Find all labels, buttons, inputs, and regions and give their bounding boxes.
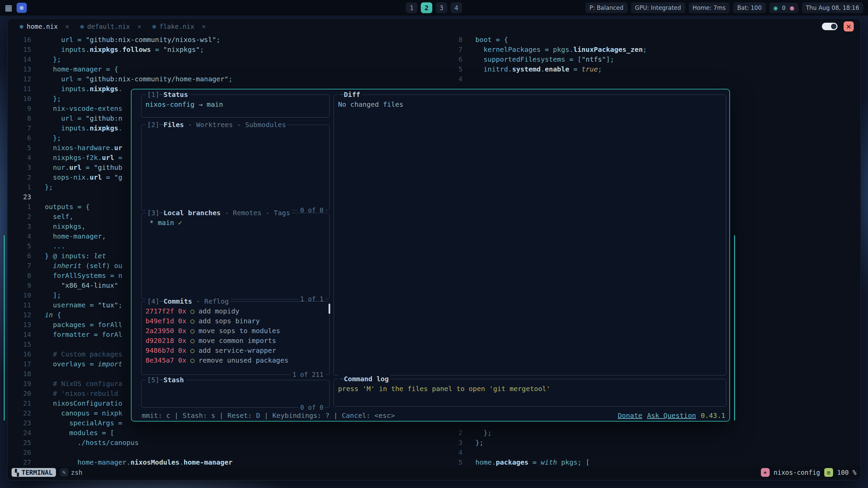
code-text: packages = forAll xyxy=(31,320,122,330)
close-tab-icon[interactable]: × xyxy=(202,22,206,30)
toggle-knob xyxy=(831,24,836,29)
panel-title: Commits xyxy=(159,297,192,305)
code-line[interactable]: 2 }; xyxy=(449,428,861,438)
tab-home.nix[interactable]: ❄home.nix× xyxy=(14,19,75,34)
lazygit-files-panel[interactable]: [2]Files - Worktrees - Submodules 0 of 0 xyxy=(141,125,330,210)
commit-row[interactable]: 2a23950 0x ○ move sops to modules xyxy=(145,326,327,336)
lazygit-command-log-panel[interactable]: Command log press 'M' in the files panel… xyxy=(334,379,726,407)
code-text: username = "tux"; xyxy=(31,300,122,310)
code-line[interactable]: 8boot = { xyxy=(449,35,861,45)
tab-default.nix[interactable]: ❄default.nix× xyxy=(75,19,147,34)
branch-row[interactable]: * main ✓ xyxy=(145,218,327,228)
code-line[interactable]: 3}; xyxy=(449,438,861,448)
code-line[interactable]: 13 home-manager = { xyxy=(7,64,449,74)
status-segments: P: BalancedGPU: IntegratedHome: 7msBat: … xyxy=(586,2,766,13)
line-number: 7 xyxy=(7,123,31,133)
code-line[interactable]: 24 modules = [ xyxy=(7,428,449,438)
workspace-button-2[interactable]: 2 xyxy=(421,2,432,13)
code-line[interactable]: 4 xyxy=(449,74,861,84)
line-number: 14 xyxy=(7,55,31,64)
code-line[interactable]: 12 url = "github:nix-community/home-mana… xyxy=(7,74,449,84)
code-line[interactable]: 4 xyxy=(449,448,861,458)
code-text: } @ inputs: let xyxy=(31,251,106,261)
nix-snowflake-icon: ❄ xyxy=(80,23,84,30)
close-tab-icon[interactable]: × xyxy=(65,22,69,30)
code-text: inputs.nixpkgs. xyxy=(31,123,122,133)
line-number: 4 xyxy=(7,153,31,163)
percent-indicator: 100 % xyxy=(837,469,856,476)
status-segment: GPU: Integrated xyxy=(631,2,685,13)
code-text: }; xyxy=(31,94,61,104)
session-name[interactable]: nixos-config xyxy=(774,469,820,476)
code-text: # Custom packages xyxy=(31,349,122,359)
code-text: outputs = { xyxy=(31,202,90,212)
mode-label: TERMINAL xyxy=(21,469,53,476)
code-line[interactable]: 25 ./hosts/canopus xyxy=(7,438,449,448)
window-controls: × xyxy=(822,21,854,32)
code-line[interactable]: 14 }; xyxy=(7,55,449,64)
code-line[interactable]: 27 home-manager.nixosModules.home-manage… xyxy=(7,458,449,467)
lazygit-commits-panel[interactable]: [4]Commits - Reflog 2717f2f 0x ○ add mop… xyxy=(141,301,330,375)
line-number: 14 xyxy=(7,330,31,340)
code-line[interactable]: 15 inputs.nixpkgs.follows = "nixpkgs"; xyxy=(7,45,449,55)
commit-row[interactable]: b49ef1d 0x ○ add sops binary xyxy=(145,316,327,326)
tab-flake.nix[interactable]: ❄flake.nix× xyxy=(147,19,211,34)
nix-app-icon[interactable]: ❄ xyxy=(17,3,27,13)
workspace-button-3[interactable]: 3 xyxy=(436,2,447,13)
window-close-button[interactable]: × xyxy=(844,21,854,32)
line-number: 4 xyxy=(7,231,31,241)
line-number: 6 xyxy=(7,133,31,143)
code-text: sops-nix.url = "g xyxy=(31,172,122,182)
close-tab-icon[interactable]: × xyxy=(137,22,141,30)
code-line[interactable]: 5home.packages = with pkgs; [ xyxy=(449,458,861,467)
commit-row[interactable]: 9486b7d 0x ○ add service-wrapper xyxy=(145,346,327,355)
line-number: 18 xyxy=(7,369,31,379)
code-text: }; xyxy=(462,428,492,438)
status-bar: ▚TERMINAL ✎zsh ❖ nixos-config ≡ 100 % xyxy=(7,467,861,478)
line-number: 8 xyxy=(449,35,462,45)
line-number: 12 xyxy=(7,74,31,84)
clock[interactable]: Thu Aug 08, 18:16 xyxy=(802,2,863,13)
notifications-icon[interactable]: 0 xyxy=(782,5,785,11)
lazygit-diff-panel[interactable]: Diff No changed files xyxy=(334,95,726,375)
code-text: ]; xyxy=(31,290,61,300)
line-number: 8 xyxy=(7,271,31,281)
code-text: # 'nixos-rebuild xyxy=(31,389,118,399)
line-number: 5 xyxy=(449,458,462,467)
line-number: 22 xyxy=(7,408,31,418)
code-text: }; xyxy=(31,133,61,143)
panel-number: [4] xyxy=(147,297,159,305)
status-bar-right: ❖ nixos-config ≡ 100 % xyxy=(761,468,856,477)
commit-row[interactable]: 2717f2f 0x ○ add mopidy xyxy=(145,306,327,316)
app-launcher-icon[interactable]: ▦ xyxy=(5,4,13,12)
panel-title: Local branches xyxy=(159,209,221,217)
ask-question-link[interactable]: Ask Question xyxy=(647,411,696,421)
lazygit-status-panel[interactable]: [1]Status nixos-config → main xyxy=(141,95,330,118)
code-line[interactable]: 5 initrd.systemd.enable = true; xyxy=(449,64,861,74)
pane-title[interactable]: ✎zsh xyxy=(60,468,82,476)
workspace-button-1[interactable]: 1 xyxy=(406,2,417,13)
mode-indicator[interactable]: ▚TERMINAL xyxy=(12,468,56,477)
workspace-button-4[interactable]: 4 xyxy=(451,2,462,13)
top-bar-right: P: BalancedGPU: IntegratedHome: 7msBat: … xyxy=(586,2,863,13)
code-line[interactable]: 7 kernelPackages = pkgs.linuxPackages_ze… xyxy=(449,45,861,55)
commit-row[interactable]: d920218 0x ○ move common imports xyxy=(145,336,327,346)
pin-toggle[interactable] xyxy=(822,23,837,30)
network-icon[interactable]: ◉ xyxy=(773,5,778,11)
code-text: home-manager.nixosModules.home-manager xyxy=(31,458,233,467)
code-line[interactable]: 6 supportedFilesystems = ["ntfs"]; xyxy=(449,55,861,64)
panel-number: [1] xyxy=(147,90,159,99)
commits-scrollbar[interactable] xyxy=(329,304,330,314)
lazygit-version: 0.43.1 xyxy=(701,411,725,421)
donate-link[interactable]: Donate xyxy=(618,411,642,421)
commit-row[interactable]: 8e345a7 0x ○ remove unused packages xyxy=(145,355,327,365)
screencast-icon[interactable]: ● xyxy=(790,5,794,11)
code-line[interactable]: 26 xyxy=(7,448,449,458)
lazygit-stash-panel[interactable]: [5]Stash 0 of 0 xyxy=(141,380,330,408)
lazygit-branches-panel[interactable]: [3]Local branches - Remotes - Tags * mai… xyxy=(141,213,330,299)
code-text: inherit (self) ou xyxy=(31,261,122,271)
code-line[interactable]: 16 url = "github:nix-community/nixos-wsl… xyxy=(7,35,449,45)
layout-icon[interactable]: ≡ xyxy=(824,468,833,477)
panel-title: Status xyxy=(159,90,188,99)
code-text: overlays = import xyxy=(31,359,122,369)
